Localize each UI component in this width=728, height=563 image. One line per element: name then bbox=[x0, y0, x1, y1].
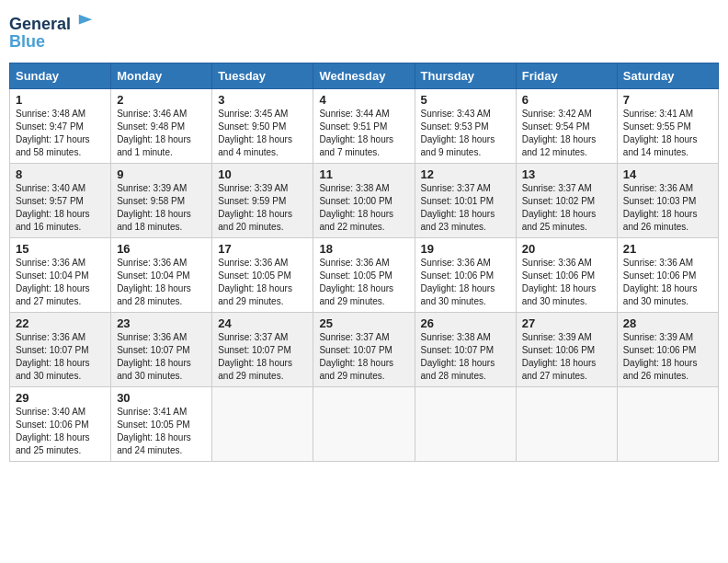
calendar-cell: 2Sunrise: 3:46 AMSunset: 9:48 PMDaylight… bbox=[111, 88, 212, 163]
calendar-cell: 14Sunrise: 3:36 AMSunset: 10:03 PMDaylig… bbox=[617, 163, 718, 237]
calendar-cell: 28Sunrise: 3:39 AMSunset: 10:06 PMDaylig… bbox=[617, 312, 718, 386]
day-number: 17 bbox=[218, 242, 307, 256]
day-info: Sunrise: 3:36 AMSunset: 10:07 PMDaylight… bbox=[117, 331, 206, 383]
day-number: 24 bbox=[218, 316, 307, 330]
calendar-cell: 1Sunrise: 3:48 AMSunset: 9:47 PMDaylight… bbox=[10, 88, 111, 163]
day-info: Sunrise: 3:36 AMSunset: 10:06 PMDaylight… bbox=[522, 257, 611, 308]
day-number: 16 bbox=[117, 242, 206, 256]
calendar-cell: 11Sunrise: 3:38 AMSunset: 10:00 PMDaylig… bbox=[313, 163, 415, 237]
calendar-cell: 9Sunrise: 3:39 AMSunset: 9:58 PMDaylight… bbox=[111, 163, 212, 237]
day-info: Sunrise: 3:46 AMSunset: 9:48 PMDaylight:… bbox=[117, 108, 206, 159]
svg-marker-0 bbox=[79, 15, 92, 25]
calendar-cell: 16Sunrise: 3:36 AMSunset: 10:04 PMDaylig… bbox=[111, 237, 212, 312]
day-number: 13 bbox=[522, 167, 611, 181]
day-number: 14 bbox=[623, 167, 712, 181]
day-info: Sunrise: 3:36 AMSunset: 10:07 PMDaylight… bbox=[16, 331, 105, 383]
calendar-cell: 7Sunrise: 3:41 AMSunset: 9:55 PMDaylight… bbox=[617, 88, 718, 163]
calendar-cell: 29Sunrise: 3:40 AMSunset: 10:06 PMDaylig… bbox=[10, 386, 111, 461]
day-info: Sunrise: 3:39 AMSunset: 9:58 PMDaylight:… bbox=[117, 182, 206, 234]
weekday-header-monday: Monday bbox=[111, 63, 212, 88]
day-number: 30 bbox=[117, 391, 206, 405]
weekday-header-tuesday: Tuesday bbox=[212, 63, 313, 88]
calendar-cell: 23Sunrise: 3:36 AMSunset: 10:07 PMDaylig… bbox=[111, 312, 212, 386]
calendar-cell: 20Sunrise: 3:36 AMSunset: 10:06 PMDaylig… bbox=[516, 237, 617, 312]
calendar-cell: 26Sunrise: 3:38 AMSunset: 10:07 PMDaylig… bbox=[415, 312, 516, 386]
day-number: 25 bbox=[319, 316, 408, 330]
week-row-5: 29Sunrise: 3:40 AMSunset: 10:06 PMDaylig… bbox=[10, 386, 719, 461]
calendar-cell: 24Sunrise: 3:37 AMSunset: 10:07 PMDaylig… bbox=[212, 312, 313, 386]
day-info: Sunrise: 3:36 AMSunset: 10:03 PMDaylight… bbox=[623, 182, 712, 234]
calendar-cell: 27Sunrise: 3:39 AMSunset: 10:06 PMDaylig… bbox=[516, 312, 617, 386]
day-info: Sunrise: 3:48 AMSunset: 9:47 PMDaylight:… bbox=[16, 108, 105, 159]
calendar-cell: 8Sunrise: 3:40 AMSunset: 9:57 PMDaylight… bbox=[10, 163, 111, 237]
calendar-cell: 30Sunrise: 3:41 AMSunset: 10:05 PMDaylig… bbox=[111, 386, 212, 461]
day-number: 11 bbox=[319, 167, 408, 181]
day-info: Sunrise: 3:36 AMSunset: 10:06 PMDaylight… bbox=[421, 257, 510, 308]
weekday-header-row: SundayMondayTuesdayWednesdayThursdayFrid… bbox=[10, 63, 719, 88]
day-info: Sunrise: 3:40 AMSunset: 10:06 PMDaylight… bbox=[16, 406, 105, 457]
week-row-4: 22Sunrise: 3:36 AMSunset: 10:07 PMDaylig… bbox=[10, 312, 719, 386]
calendar-cell: 12Sunrise: 3:37 AMSunset: 10:01 PMDaylig… bbox=[415, 163, 516, 237]
day-info: Sunrise: 3:42 AMSunset: 9:54 PMDaylight:… bbox=[522, 108, 611, 159]
day-info: Sunrise: 3:37 AMSunset: 10:02 PMDaylight… bbox=[522, 182, 611, 234]
weekday-header-saturday: Saturday bbox=[617, 63, 718, 88]
day-info: Sunrise: 3:39 AMSunset: 10:06 PMDaylight… bbox=[623, 331, 712, 383]
day-number: 21 bbox=[623, 242, 712, 256]
day-number: 18 bbox=[319, 242, 408, 256]
logo-blue: Blue bbox=[9, 32, 94, 52]
day-number: 22 bbox=[16, 316, 105, 330]
day-info: Sunrise: 3:44 AMSunset: 9:51 PMDaylight:… bbox=[319, 108, 408, 159]
day-number: 28 bbox=[623, 316, 712, 330]
day-info: Sunrise: 3:37 AMSunset: 10:07 PMDaylight… bbox=[218, 331, 307, 383]
calendar-cell: 19Sunrise: 3:36 AMSunset: 10:06 PMDaylig… bbox=[415, 237, 516, 312]
day-info: Sunrise: 3:37 AMSunset: 10:01 PMDaylight… bbox=[421, 182, 510, 234]
header: General Blue bbox=[9, 9, 719, 55]
day-info: Sunrise: 3:45 AMSunset: 9:50 PMDaylight:… bbox=[218, 108, 307, 159]
day-number: 1 bbox=[16, 93, 105, 107]
calendar-cell: 22Sunrise: 3:36 AMSunset: 10:07 PMDaylig… bbox=[10, 312, 111, 386]
day-number: 27 bbox=[522, 316, 611, 330]
calendar-cell: 18Sunrise: 3:36 AMSunset: 10:05 PMDaylig… bbox=[313, 237, 415, 312]
calendar-cell: 10Sunrise: 3:39 AMSunset: 9:59 PMDayligh… bbox=[212, 163, 313, 237]
page: General Blue SundayMondayTuesdayWednesda… bbox=[9, 9, 719, 462]
day-number: 9 bbox=[117, 167, 206, 181]
day-info: Sunrise: 3:36 AMSunset: 10:05 PMDaylight… bbox=[218, 257, 307, 308]
day-number: 10 bbox=[218, 167, 307, 181]
calendar-cell: 17Sunrise: 3:36 AMSunset: 10:05 PMDaylig… bbox=[212, 237, 313, 312]
calendar-cell: 25Sunrise: 3:37 AMSunset: 10:07 PMDaylig… bbox=[313, 312, 415, 386]
day-number: 3 bbox=[218, 93, 307, 107]
calendar-cell: 15Sunrise: 3:36 AMSunset: 10:04 PMDaylig… bbox=[10, 237, 111, 312]
day-number: 6 bbox=[522, 93, 611, 107]
logo: General Blue bbox=[9, 13, 94, 52]
day-number: 12 bbox=[421, 167, 510, 181]
day-number: 29 bbox=[16, 391, 105, 405]
calendar-cell: 5Sunrise: 3:43 AMSunset: 9:53 PMDaylight… bbox=[415, 88, 516, 163]
day-info: Sunrise: 3:36 AMSunset: 10:06 PMDaylight… bbox=[623, 257, 712, 308]
day-info: Sunrise: 3:43 AMSunset: 9:53 PMDaylight:… bbox=[421, 108, 510, 159]
calendar-cell bbox=[516, 386, 617, 461]
weekday-header-wednesday: Wednesday bbox=[313, 63, 415, 88]
calendar-cell: 21Sunrise: 3:36 AMSunset: 10:06 PMDaylig… bbox=[617, 237, 718, 312]
calendar-cell bbox=[617, 386, 718, 461]
day-number: 5 bbox=[421, 93, 510, 107]
day-info: Sunrise: 3:36 AMSunset: 10:04 PMDaylight… bbox=[16, 257, 105, 308]
week-row-3: 15Sunrise: 3:36 AMSunset: 10:04 PMDaylig… bbox=[10, 237, 719, 312]
calendar-cell bbox=[212, 386, 313, 461]
calendar-cell: 13Sunrise: 3:37 AMSunset: 10:02 PMDaylig… bbox=[516, 163, 617, 237]
day-info: Sunrise: 3:36 AMSunset: 10:05 PMDaylight… bbox=[319, 257, 408, 308]
day-info: Sunrise: 3:41 AMSunset: 10:05 PMDaylight… bbox=[117, 406, 206, 457]
day-info: Sunrise: 3:38 AMSunset: 10:07 PMDaylight… bbox=[421, 331, 510, 383]
day-info: Sunrise: 3:39 AMSunset: 10:06 PMDaylight… bbox=[522, 331, 611, 383]
weekday-header-thursday: Thursday bbox=[415, 63, 516, 88]
calendar-cell: 3Sunrise: 3:45 AMSunset: 9:50 PMDaylight… bbox=[212, 88, 313, 163]
day-number: 7 bbox=[623, 93, 712, 107]
day-info: Sunrise: 3:41 AMSunset: 9:55 PMDaylight:… bbox=[623, 108, 712, 159]
day-info: Sunrise: 3:39 AMSunset: 9:59 PMDaylight:… bbox=[218, 182, 307, 234]
calendar-cell: 4Sunrise: 3:44 AMSunset: 9:51 PMDaylight… bbox=[313, 88, 415, 163]
day-number: 26 bbox=[421, 316, 510, 330]
week-row-2: 8Sunrise: 3:40 AMSunset: 9:57 PMDaylight… bbox=[10, 163, 719, 237]
day-number: 15 bbox=[16, 242, 105, 256]
logo-flag-icon bbox=[77, 13, 94, 29]
weekday-header-friday: Friday bbox=[516, 63, 617, 88]
calendar: SundayMondayTuesdayWednesdayThursdayFrid… bbox=[9, 63, 719, 462]
